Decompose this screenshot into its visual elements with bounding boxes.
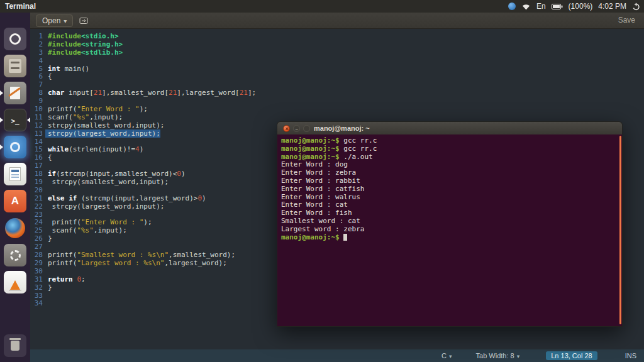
tab-width-selector[interactable]: Tab Width: 8	[476, 352, 520, 359]
code-line: strcpy(largest_word,input);	[48, 130, 256, 138]
terminal-output: manoj@manoj:~$ gcc rr.cmanoj@manoj:~$ gc…	[281, 137, 622, 241]
line-number: 31	[30, 276, 43, 284]
code-line: #include<stdlib.h>	[48, 49, 256, 57]
shell-prompt: manoj@manoj:~$	[281, 136, 340, 145]
save-button[interactable]: Save	[618, 16, 635, 25]
battery-percentage[interactable]: (100%)	[569, 2, 593, 11]
line-number: 19	[30, 178, 43, 187]
keyboard-layout-indicator[interactable]: En	[536, 2, 546, 11]
clock[interactable]: 4:02 PM	[598, 2, 626, 11]
gear-icon	[10, 250, 21, 261]
open-button[interactable]: Open	[36, 14, 73, 27]
code-line	[48, 292, 256, 300]
code-line: char input[21],smallest_word[21],largest…	[48, 89, 256, 97]
running-indicator	[0, 90, 3, 96]
line-number: 21	[30, 195, 43, 203]
launcher-item-dash[interactable]	[4, 28, 26, 50]
chevron-down-icon	[517, 352, 520, 359]
maximize-button[interactable]	[303, 125, 310, 132]
gedit-statusbar: C Tab Width: 8 Ln 13, Col 28 INS	[30, 349, 644, 362]
ubuntu-logo-icon	[9, 33, 21, 45]
active-app-menu[interactable]: Terminal	[5, 2, 36, 11]
terminal-scrollbar[interactable]	[619, 136, 621, 324]
code-line: }	[48, 284, 256, 292]
code-line: scanf("%s",input);	[48, 227, 256, 235]
terminal-icon	[11, 114, 19, 126]
terminal-line: manoj@manoj:~$	[281, 234, 622, 242]
line-number: 2	[30, 41, 43, 49]
line-number: 28	[30, 251, 43, 260]
language-label: C	[441, 352, 447, 359]
shell-prompt: manoj@manoj:~$	[281, 233, 340, 241]
code-line: {	[48, 154, 256, 162]
line-number: 22	[30, 203, 43, 211]
vlc-cone-icon	[10, 280, 20, 290]
document-icon	[9, 167, 21, 181]
app-indicator-icon[interactable]	[508, 3, 516, 10]
tab-width-label: Tab Width: 8	[476, 352, 514, 359]
terminal-window: manoj@manoj: ~ manoj@manoj:~$ gcc rr.cma…	[277, 121, 623, 327]
trash-icon	[11, 341, 19, 351]
line-number: 20	[30, 187, 43, 195]
launcher-item-vlc[interactable]	[4, 271, 26, 293]
launcher-item-software-center[interactable]	[4, 190, 26, 212]
input-mode: INS	[625, 352, 636, 359]
terminal-content[interactable]: manoj@manoj:~$ gcc rr.cmanoj@manoj:~$ gc…	[277, 134, 623, 327]
code-line: {	[48, 73, 256, 81]
line-numbers: 1234567891011121314151617181920212223242…	[30, 33, 43, 308]
code-line: printf("Largest word : %s\n",largest_wor…	[48, 260, 256, 268]
minimize-button[interactable]	[293, 125, 300, 132]
recent-documents-button[interactable]	[77, 15, 91, 26]
line-number: 30	[30, 268, 43, 276]
file-cabinet-icon	[9, 59, 21, 73]
line-number: 29	[30, 260, 43, 268]
code-line: }	[48, 235, 256, 243]
running-indicator	[0, 118, 3, 123]
line-number: 34	[30, 300, 43, 308]
line-number: 3	[30, 49, 43, 57]
power-icon[interactable]	[632, 3, 640, 11]
desktop: Terminal En (100%) 4:02 PM	[0, 0, 644, 362]
launcher-item-text-editor[interactable]	[4, 82, 26, 104]
open-button-label: Open	[42, 16, 60, 25]
running-indicator	[0, 145, 3, 150]
terminal-titlebar[interactable]: manoj@manoj: ~	[277, 121, 623, 134]
launcher-item-writer[interactable]	[4, 163, 26, 185]
shell-prompt: manoj@manoj:~$	[281, 145, 340, 153]
document-arrow-icon	[79, 16, 89, 25]
code-lines: #include<stdio.h>#include<string.h>#incl…	[43, 33, 256, 308]
unity-launcher	[0, 13, 30, 362]
line-number: 12	[30, 122, 43, 130]
close-button[interactable]	[283, 125, 290, 132]
line-number: 13	[30, 130, 43, 138]
blue-app-icon	[10, 142, 20, 152]
chevron-down-icon	[449, 352, 452, 359]
firefox-icon	[5, 218, 25, 238]
terminal-cursor	[343, 234, 347, 241]
code-line: int main()	[48, 65, 256, 74]
wifi-icon[interactable]	[521, 3, 531, 10]
code-line: while(strlen(input)!=4)	[48, 146, 256, 154]
launcher-item-files[interactable]	[4, 55, 26, 77]
language-selector[interactable]: C	[441, 352, 452, 359]
cursor-position: Ln 13, Col 28	[546, 351, 597, 360]
chevron-down-icon	[64, 16, 67, 25]
gedit-headerbar: Open Save	[30, 13, 644, 29]
code-line: return 0;	[48, 276, 256, 284]
shell-prompt: manoj@manoj:~$	[281, 153, 340, 161]
code-line: strcpy(smallest_word,input);	[48, 178, 256, 187]
line-number: 1	[30, 33, 43, 41]
launcher-item-trash[interactable]	[4, 334, 26, 357]
line-number: 11	[30, 114, 43, 122]
launcher-item-settings[interactable]	[4, 244, 26, 266]
launcher-item-blue-app[interactable]	[4, 136, 26, 158]
software-center-icon	[11, 195, 19, 207]
launcher-item-terminal[interactable]	[4, 109, 26, 131]
text-editor-icon	[10, 87, 20, 99]
launcher-item-firefox[interactable]	[4, 217, 26, 239]
top-panel: Terminal En (100%) 4:02 PM	[0, 0, 644, 13]
line-number: 32	[30, 284, 43, 292]
line-number: 4	[30, 57, 43, 65]
code-line	[48, 300, 256, 308]
battery-icon[interactable]	[552, 4, 563, 9]
